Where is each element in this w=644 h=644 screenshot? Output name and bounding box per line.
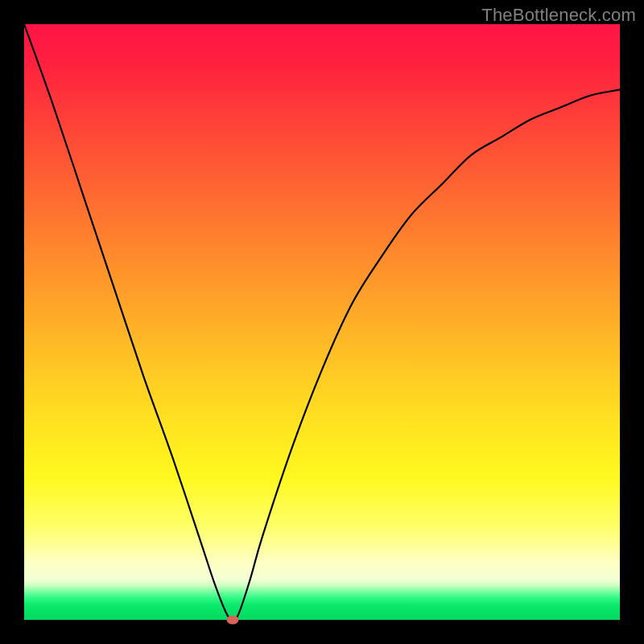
minimum-marker (227, 616, 239, 625)
bottleneck-curve (24, 24, 620, 620)
plot-area (24, 24, 620, 620)
chart-frame: TheBottleneck.com (0, 0, 644, 644)
brand-watermark: TheBottleneck.com (481, 5, 636, 26)
